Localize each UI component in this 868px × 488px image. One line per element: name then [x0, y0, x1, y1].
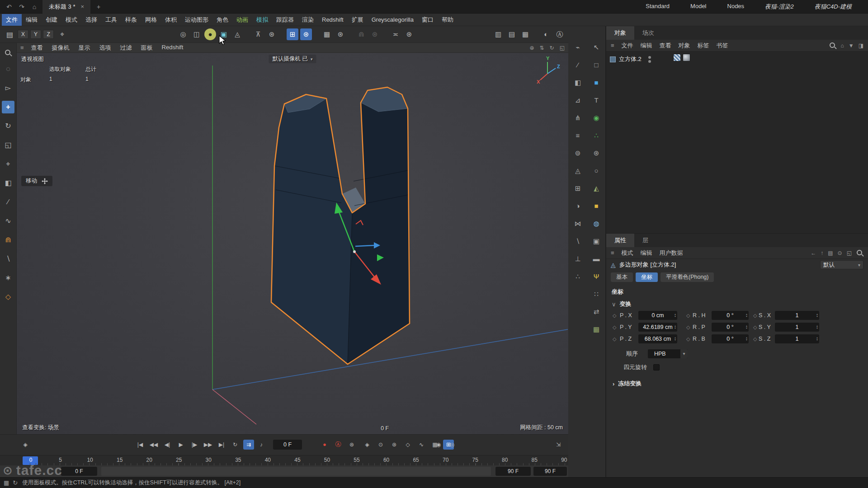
menu-item[interactable]: Redshift — [318, 14, 348, 26]
toolbar-icon[interactable]: ⊛ — [266, 28, 278, 40]
transport-button[interactable]: ▶▶ — [203, 440, 213, 450]
undo-icon[interactable]: ↶ — [5, 3, 14, 10]
keyframe-dot-icon[interactable]: ◇ — [686, 336, 693, 342]
object-tree[interactable]: 立方体.2 — [606, 52, 868, 234]
range-start-field[interactable]: 0 F — [61, 467, 97, 476]
toolbar-icon[interactable]: ◬ — [231, 28, 243, 40]
toolbar-icon[interactable]: ⊼ — [252, 28, 264, 40]
viewport-menu-item[interactable]: 摄像机 — [47, 44, 74, 52]
transport-button[interactable]: |◀ — [135, 440, 146, 450]
search-icon[interactable] — [856, 249, 863, 257]
om-menu-item[interactable]: 书签 — [717, 42, 728, 50]
render-toolbar-icon[interactable]: Ⓐ — [554, 28, 566, 40]
document-tab[interactable]: 未标题 3 * × — [42, 0, 90, 14]
new-tab-icon[interactable]: + — [94, 3, 103, 10]
object-palette-icon[interactable]: ⇄ — [590, 306, 602, 318]
object-palette-icon[interactable]: Ψ — [590, 271, 602, 282]
modeling-palette-icon[interactable]: ⋔ — [572, 112, 584, 124]
tool-icon[interactable]: ◌ — [2, 63, 14, 75]
phong-tag-icon[interactable] — [683, 54, 690, 61]
tool-icon[interactable]: ⌖ — [2, 158, 14, 170]
record-button[interactable]: Ⓐ — [333, 440, 344, 450]
record-button[interactable]: ● — [319, 440, 330, 450]
marker-button[interactable]: ◎ — [447, 440, 458, 450]
am-corner-icon[interactable]: ↑ — [821, 250, 823, 256]
tool-icon[interactable]: ∗ — [2, 272, 14, 284]
viewport-corner-icon[interactable]: ⇅ — [540, 45, 544, 51]
modeling-palette-icon[interactable]: ⊚ — [572, 147, 584, 159]
object-palette-icon[interactable]: ⊛ — [590, 147, 602, 159]
object-palette-icon[interactable]: ◍ — [590, 218, 602, 230]
transport-button[interactable]: ▶| — [216, 440, 227, 450]
position-field[interactable]: 68.063 cm▴▾ — [638, 334, 677, 343]
om-menu-item[interactable]: 编辑 — [641, 42, 652, 50]
render-toolbar-icon[interactable]: ▦ — [519, 28, 531, 40]
object-palette-icon[interactable]: ■ — [590, 200, 602, 212]
keyframe-dot-icon[interactable]: ◇ — [613, 336, 620, 342]
toolbar-icon[interactable]: ⊛ — [369, 28, 381, 40]
am-menu-item[interactable]: 用户数据 — [660, 249, 683, 257]
status-icon[interactable]: ↻ — [13, 479, 18, 486]
toolbar-icon[interactable]: ▦ — [321, 28, 333, 40]
section-tab[interactable]: 坐标 — [636, 272, 658, 282]
modeling-palette-icon[interactable]: ⊿ — [572, 94, 584, 106]
world-axis-icon[interactable]: ⌖ — [60, 30, 64, 38]
rotation-field[interactable]: 0 °▴▾ — [712, 311, 749, 320]
axis-lock-button[interactable]: Y — [30, 30, 41, 39]
modeling-palette-icon[interactable]: ≡ — [572, 130, 584, 141]
find-tool-icon[interactable] — [5, 49, 12, 56]
object-palette-icon[interactable]: ○ — [590, 165, 602, 177]
toolbar-icon[interactable]: ● — [204, 28, 216, 40]
menu-item[interactable]: 窗口 — [418, 14, 438, 26]
object-palette-icon[interactable]: T — [590, 94, 602, 106]
preset-dropdown[interactable]: 默认 ▾ — [820, 260, 863, 269]
range-scrollbar[interactable] — [101, 467, 491, 476]
sound-toggle-icon[interactable]: ♪ — [256, 440, 267, 450]
viewport-corner-icon[interactable]: ◱ — [560, 45, 565, 51]
menu-item[interactable]: 体积 — [161, 14, 181, 26]
toolbar-icon[interactable]: ⊛ — [335, 28, 346, 40]
am-corner-icon[interactable]: ← — [811, 250, 816, 256]
modeling-palette-icon[interactable]: ◧ — [572, 77, 584, 89]
transport-button[interactable]: ◀| — [162, 440, 173, 450]
menu-item[interactable]: 工具 — [101, 14, 121, 26]
keying-option-button[interactable]: ⊛ — [389, 440, 400, 450]
om-corner-icon[interactable]: ◨ — [859, 42, 863, 49]
timeline-ruler[interactable]: 051015202530354045505560657075808590 — [0, 455, 568, 465]
manager-tab[interactable]: 场次 — [634, 26, 662, 40]
marker-button[interactable]: ◉ — [433, 440, 444, 450]
menu-item[interactable]: 运动图形 — [181, 14, 212, 26]
object-palette-icon[interactable]: ▦ — [590, 324, 602, 335]
modeling-palette-icon[interactable]: ◑ — [572, 200, 584, 212]
status-icon[interactable]: ▦ — [4, 479, 9, 486]
am-menu-item[interactable]: 模式 — [622, 249, 633, 257]
tool-icon[interactable]: ▻ — [2, 82, 14, 94]
layout-item[interactable]: Standard — [646, 3, 670, 11]
scale-field[interactable]: 1▴▾ — [775, 323, 819, 332]
tool-icon[interactable]: ⋒ — [2, 234, 14, 246]
order-dropdown[interactable]: HPB ▾ — [648, 349, 688, 358]
transport-button[interactable]: ◀◀ — [148, 440, 159, 450]
om-menu-item[interactable]: 文件 — [622, 42, 633, 50]
layout-item[interactable]: 夜猫-渲染2 — [765, 3, 794, 11]
viewport-menu-item[interactable]: 面板 — [137, 44, 157, 52]
toolbar-icon[interactable]: ≍ — [390, 28, 401, 40]
render-toolbar-icon[interactable]: ▥ — [492, 28, 504, 40]
redo-icon[interactable]: ↷ — [17, 3, 26, 10]
keyframe-dot-icon[interactable]: ◇ — [613, 313, 620, 319]
am-corner-icon[interactable]: ◱ — [847, 250, 852, 256]
menu-item[interactable]: 网格 — [141, 14, 161, 26]
keyframe-dot-icon[interactable]: ◇ — [753, 313, 759, 319]
viewport-menu-icon[interactable]: ≡ — [20, 44, 24, 51]
viewport-menu-item[interactable]: 显示 — [74, 44, 95, 52]
object-palette-icon[interactable]: □ — [590, 59, 602, 71]
modeling-palette-icon[interactable]: ∖ — [572, 235, 584, 247]
search-icon[interactable] — [829, 42, 836, 49]
menu-item[interactable]: Greyscalegorilla — [368, 14, 418, 26]
tool-icon[interactable]: ∖ — [2, 253, 14, 265]
scale-field[interactable]: 1▴▾ — [775, 311, 819, 320]
transport-button[interactable]: ▶ — [175, 440, 186, 450]
modeling-palette-icon[interactable]: ◬ — [572, 165, 584, 177]
menu-item[interactable]: 扩展 — [348, 14, 368, 26]
modeling-palette-icon[interactable]: ∴ — [572, 271, 584, 282]
